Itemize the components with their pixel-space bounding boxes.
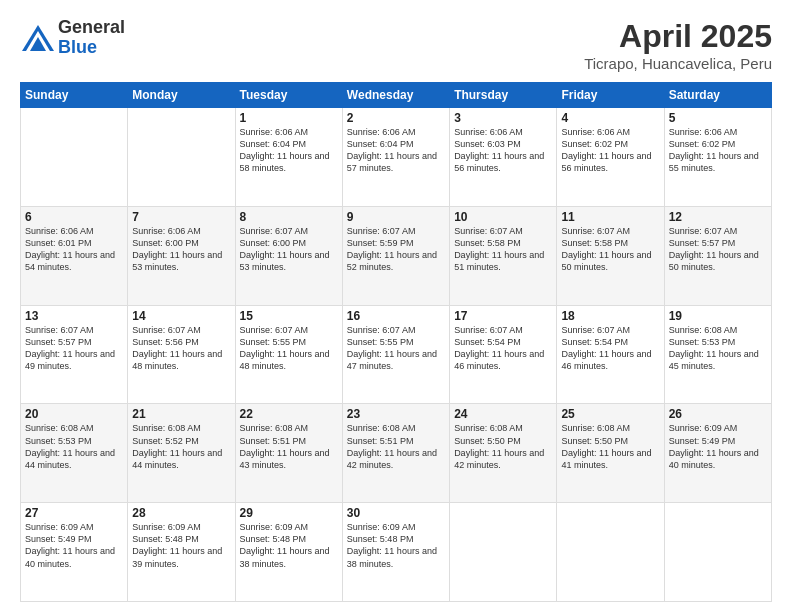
title-block: April 2025 Ticrapo, Huancavelica, Peru <box>584 18 772 72</box>
calendar-cell: 26Sunrise: 6:09 AM Sunset: 5:49 PM Dayli… <box>664 404 771 503</box>
page: General Blue April 2025 Ticrapo, Huancav… <box>0 0 792 612</box>
calendar-cell: 23Sunrise: 6:08 AM Sunset: 5:51 PM Dayli… <box>342 404 449 503</box>
logo: General Blue <box>20 18 125 58</box>
day-number: 19 <box>669 309 767 323</box>
calendar-cell: 8Sunrise: 6:07 AM Sunset: 6:00 PM Daylig… <box>235 206 342 305</box>
day-info: Sunrise: 6:09 AM Sunset: 5:48 PM Dayligh… <box>132 521 230 570</box>
logo-icon <box>20 23 56 53</box>
day-number: 14 <box>132 309 230 323</box>
day-info: Sunrise: 6:07 AM Sunset: 5:57 PM Dayligh… <box>25 324 123 373</box>
logo-blue-text: Blue <box>58 38 125 58</box>
calendar-cell: 15Sunrise: 6:07 AM Sunset: 5:55 PM Dayli… <box>235 305 342 404</box>
day-number: 13 <box>25 309 123 323</box>
day-number: 18 <box>561 309 659 323</box>
day-number: 3 <box>454 111 552 125</box>
calendar-cell: 1Sunrise: 6:06 AM Sunset: 6:04 PM Daylig… <box>235 108 342 207</box>
calendar-week-2: 6Sunrise: 6:06 AM Sunset: 6:01 PM Daylig… <box>21 206 772 305</box>
day-info: Sunrise: 6:06 AM Sunset: 6:04 PM Dayligh… <box>240 126 338 175</box>
calendar-cell: 24Sunrise: 6:08 AM Sunset: 5:50 PM Dayli… <box>450 404 557 503</box>
calendar-cell: 6Sunrise: 6:06 AM Sunset: 6:01 PM Daylig… <box>21 206 128 305</box>
day-info: Sunrise: 6:06 AM Sunset: 6:03 PM Dayligh… <box>454 126 552 175</box>
day-info: Sunrise: 6:07 AM Sunset: 5:55 PM Dayligh… <box>240 324 338 373</box>
day-number: 29 <box>240 506 338 520</box>
day-info: Sunrise: 6:09 AM Sunset: 5:49 PM Dayligh… <box>669 422 767 471</box>
calendar-title: April 2025 <box>584 18 772 55</box>
day-info: Sunrise: 6:07 AM Sunset: 5:58 PM Dayligh… <box>561 225 659 274</box>
day-info: Sunrise: 6:08 AM Sunset: 5:51 PM Dayligh… <box>240 422 338 471</box>
weekday-header-monday: Monday <box>128 83 235 108</box>
weekday-header-tuesday: Tuesday <box>235 83 342 108</box>
calendar-cell: 20Sunrise: 6:08 AM Sunset: 5:53 PM Dayli… <box>21 404 128 503</box>
calendar-cell: 9Sunrise: 6:07 AM Sunset: 5:59 PM Daylig… <box>342 206 449 305</box>
calendar-week-5: 27Sunrise: 6:09 AM Sunset: 5:49 PM Dayli… <box>21 503 772 602</box>
day-number: 28 <box>132 506 230 520</box>
calendar-cell: 28Sunrise: 6:09 AM Sunset: 5:48 PM Dayli… <box>128 503 235 602</box>
weekday-header-sunday: Sunday <box>21 83 128 108</box>
day-info: Sunrise: 6:08 AM Sunset: 5:53 PM Dayligh… <box>669 324 767 373</box>
calendar-cell: 29Sunrise: 6:09 AM Sunset: 5:48 PM Dayli… <box>235 503 342 602</box>
calendar-cell: 14Sunrise: 6:07 AM Sunset: 5:56 PM Dayli… <box>128 305 235 404</box>
day-info: Sunrise: 6:09 AM Sunset: 5:48 PM Dayligh… <box>240 521 338 570</box>
day-number: 12 <box>669 210 767 224</box>
calendar-cell: 25Sunrise: 6:08 AM Sunset: 5:50 PM Dayli… <box>557 404 664 503</box>
day-info: Sunrise: 6:06 AM Sunset: 6:00 PM Dayligh… <box>132 225 230 274</box>
calendar-cell <box>664 503 771 602</box>
weekday-header-friday: Friday <box>557 83 664 108</box>
day-number: 17 <box>454 309 552 323</box>
day-info: Sunrise: 6:07 AM Sunset: 5:54 PM Dayligh… <box>561 324 659 373</box>
day-number: 7 <box>132 210 230 224</box>
day-number: 22 <box>240 407 338 421</box>
calendar-cell: 17Sunrise: 6:07 AM Sunset: 5:54 PM Dayli… <box>450 305 557 404</box>
calendar-cell: 27Sunrise: 6:09 AM Sunset: 5:49 PM Dayli… <box>21 503 128 602</box>
calendar-cell: 5Sunrise: 6:06 AM Sunset: 6:02 PM Daylig… <box>664 108 771 207</box>
day-number: 6 <box>25 210 123 224</box>
day-number: 2 <box>347 111 445 125</box>
day-number: 9 <box>347 210 445 224</box>
calendar-week-1: 1Sunrise: 6:06 AM Sunset: 6:04 PM Daylig… <box>21 108 772 207</box>
day-number: 16 <box>347 309 445 323</box>
day-info: Sunrise: 6:07 AM Sunset: 5:59 PM Dayligh… <box>347 225 445 274</box>
logo-general-text: General <box>58 18 125 38</box>
day-number: 27 <box>25 506 123 520</box>
day-info: Sunrise: 6:07 AM Sunset: 5:54 PM Dayligh… <box>454 324 552 373</box>
calendar-week-4: 20Sunrise: 6:08 AM Sunset: 5:53 PM Dayli… <box>21 404 772 503</box>
calendar-subtitle: Ticrapo, Huancavelica, Peru <box>584 55 772 72</box>
day-info: Sunrise: 6:07 AM Sunset: 5:58 PM Dayligh… <box>454 225 552 274</box>
day-info: Sunrise: 6:07 AM Sunset: 6:00 PM Dayligh… <box>240 225 338 274</box>
weekday-header-saturday: Saturday <box>664 83 771 108</box>
calendar-cell: 2Sunrise: 6:06 AM Sunset: 6:04 PM Daylig… <box>342 108 449 207</box>
day-info: Sunrise: 6:07 AM Sunset: 5:56 PM Dayligh… <box>132 324 230 373</box>
calendar-cell: 11Sunrise: 6:07 AM Sunset: 5:58 PM Dayli… <box>557 206 664 305</box>
calendar-cell: 19Sunrise: 6:08 AM Sunset: 5:53 PM Dayli… <box>664 305 771 404</box>
calendar-cell: 16Sunrise: 6:07 AM Sunset: 5:55 PM Dayli… <box>342 305 449 404</box>
calendar-cell: 30Sunrise: 6:09 AM Sunset: 5:48 PM Dayli… <box>342 503 449 602</box>
calendar-table: SundayMondayTuesdayWednesdayThursdayFrid… <box>20 82 772 602</box>
calendar-cell: 13Sunrise: 6:07 AM Sunset: 5:57 PM Dayli… <box>21 305 128 404</box>
day-number: 30 <box>347 506 445 520</box>
calendar-cell <box>450 503 557 602</box>
day-info: Sunrise: 6:08 AM Sunset: 5:50 PM Dayligh… <box>561 422 659 471</box>
day-number: 1 <box>240 111 338 125</box>
calendar-cell: 12Sunrise: 6:07 AM Sunset: 5:57 PM Dayli… <box>664 206 771 305</box>
weekday-header-thursday: Thursday <box>450 83 557 108</box>
day-number: 11 <box>561 210 659 224</box>
calendar-cell <box>557 503 664 602</box>
day-info: Sunrise: 6:07 AM Sunset: 5:57 PM Dayligh… <box>669 225 767 274</box>
day-number: 4 <box>561 111 659 125</box>
day-info: Sunrise: 6:08 AM Sunset: 5:52 PM Dayligh… <box>132 422 230 471</box>
calendar-cell: 22Sunrise: 6:08 AM Sunset: 5:51 PM Dayli… <box>235 404 342 503</box>
calendar-week-3: 13Sunrise: 6:07 AM Sunset: 5:57 PM Dayli… <box>21 305 772 404</box>
day-number: 24 <box>454 407 552 421</box>
calendar-cell: 18Sunrise: 6:07 AM Sunset: 5:54 PM Dayli… <box>557 305 664 404</box>
calendar-cell <box>21 108 128 207</box>
day-info: Sunrise: 6:06 AM Sunset: 6:02 PM Dayligh… <box>669 126 767 175</box>
weekday-header-wednesday: Wednesday <box>342 83 449 108</box>
calendar-cell: 10Sunrise: 6:07 AM Sunset: 5:58 PM Dayli… <box>450 206 557 305</box>
day-number: 25 <box>561 407 659 421</box>
calendar-header-row: SundayMondayTuesdayWednesdayThursdayFrid… <box>21 83 772 108</box>
calendar-cell: 3Sunrise: 6:06 AM Sunset: 6:03 PM Daylig… <box>450 108 557 207</box>
day-info: Sunrise: 6:06 AM Sunset: 6:04 PM Dayligh… <box>347 126 445 175</box>
logo-row: General Blue <box>20 18 125 58</box>
day-info: Sunrise: 6:08 AM Sunset: 5:53 PM Dayligh… <box>25 422 123 471</box>
calendar-cell: 7Sunrise: 6:06 AM Sunset: 6:00 PM Daylig… <box>128 206 235 305</box>
